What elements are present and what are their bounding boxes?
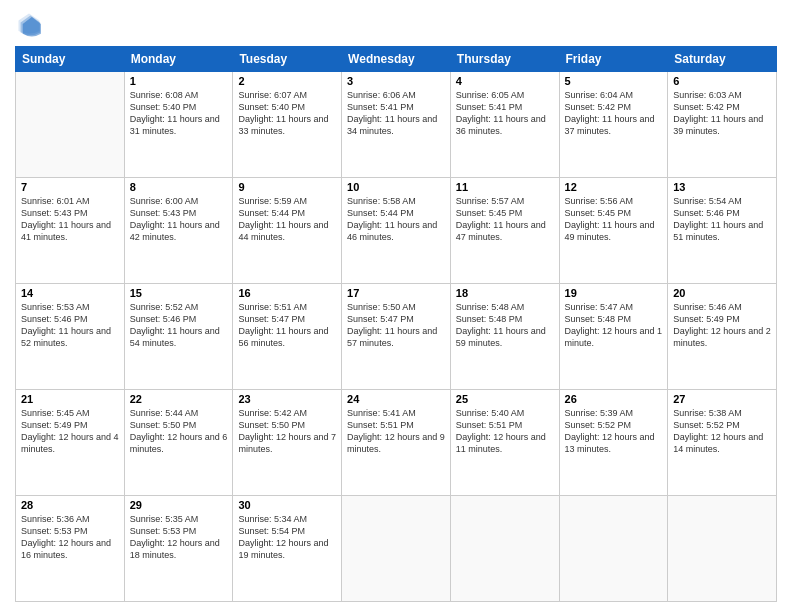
calendar-cell: 21Sunrise: 5:45 AM Sunset: 5:49 PM Dayli… — [16, 390, 125, 496]
day-number: 18 — [456, 287, 554, 299]
calendar-cell: 12Sunrise: 5:56 AM Sunset: 5:45 PM Dayli… — [559, 178, 668, 284]
calendar-cell: 23Sunrise: 5:42 AM Sunset: 5:50 PM Dayli… — [233, 390, 342, 496]
day-content: Sunrise: 6:03 AM Sunset: 5:42 PM Dayligh… — [673, 89, 771, 138]
calendar-cell: 30Sunrise: 5:34 AM Sunset: 5:54 PM Dayli… — [233, 496, 342, 602]
day-number: 1 — [130, 75, 228, 87]
day-number: 15 — [130, 287, 228, 299]
day-content: Sunrise: 5:57 AM Sunset: 5:45 PM Dayligh… — [456, 195, 554, 244]
day-content: Sunrise: 5:47 AM Sunset: 5:48 PM Dayligh… — [565, 301, 663, 350]
day-content: Sunrise: 5:44 AM Sunset: 5:50 PM Dayligh… — [130, 407, 228, 456]
day-content: Sunrise: 5:51 AM Sunset: 5:47 PM Dayligh… — [238, 301, 336, 350]
day-content: Sunrise: 5:40 AM Sunset: 5:51 PM Dayligh… — [456, 407, 554, 456]
day-number: 12 — [565, 181, 663, 193]
day-content: Sunrise: 5:50 AM Sunset: 5:47 PM Dayligh… — [347, 301, 445, 350]
day-number: 11 — [456, 181, 554, 193]
day-number: 16 — [238, 287, 336, 299]
calendar-cell: 19Sunrise: 5:47 AM Sunset: 5:48 PM Dayli… — [559, 284, 668, 390]
calendar-cell: 4Sunrise: 6:05 AM Sunset: 5:41 PM Daylig… — [450, 72, 559, 178]
day-content: Sunrise: 5:53 AM Sunset: 5:46 PM Dayligh… — [21, 301, 119, 350]
day-number: 10 — [347, 181, 445, 193]
day-number: 21 — [21, 393, 119, 405]
calendar-cell: 1Sunrise: 6:08 AM Sunset: 5:40 PM Daylig… — [124, 72, 233, 178]
day-content: Sunrise: 6:01 AM Sunset: 5:43 PM Dayligh… — [21, 195, 119, 244]
calendar-cell: 22Sunrise: 5:44 AM Sunset: 5:50 PM Dayli… — [124, 390, 233, 496]
day-number: 24 — [347, 393, 445, 405]
day-content: Sunrise: 5:42 AM Sunset: 5:50 PM Dayligh… — [238, 407, 336, 456]
day-number: 25 — [456, 393, 554, 405]
day-number: 3 — [347, 75, 445, 87]
day-number: 27 — [673, 393, 771, 405]
day-number: 17 — [347, 287, 445, 299]
calendar-cell: 6Sunrise: 6:03 AM Sunset: 5:42 PM Daylig… — [668, 72, 777, 178]
calendar-cell: 20Sunrise: 5:46 AM Sunset: 5:49 PM Dayli… — [668, 284, 777, 390]
logo — [15, 10, 47, 38]
day-number: 7 — [21, 181, 119, 193]
day-content: Sunrise: 5:39 AM Sunset: 5:52 PM Dayligh… — [565, 407, 663, 456]
day-number: 2 — [238, 75, 336, 87]
calendar-week-row: 1Sunrise: 6:08 AM Sunset: 5:40 PM Daylig… — [16, 72, 777, 178]
day-content: Sunrise: 6:08 AM Sunset: 5:40 PM Dayligh… — [130, 89, 228, 138]
day-number: 8 — [130, 181, 228, 193]
calendar-cell: 14Sunrise: 5:53 AM Sunset: 5:46 PM Dayli… — [16, 284, 125, 390]
calendar-cell: 10Sunrise: 5:58 AM Sunset: 5:44 PM Dayli… — [342, 178, 451, 284]
day-content: Sunrise: 5:52 AM Sunset: 5:46 PM Dayligh… — [130, 301, 228, 350]
day-number: 28 — [21, 499, 119, 511]
day-content: Sunrise: 5:41 AM Sunset: 5:51 PM Dayligh… — [347, 407, 445, 456]
weekday-header-saturday: Saturday — [668, 47, 777, 72]
calendar-cell: 13Sunrise: 5:54 AM Sunset: 5:46 PM Dayli… — [668, 178, 777, 284]
weekday-header-tuesday: Tuesday — [233, 47, 342, 72]
page: SundayMondayTuesdayWednesdayThursdayFrid… — [0, 0, 792, 612]
day-number: 26 — [565, 393, 663, 405]
day-number: 4 — [456, 75, 554, 87]
calendar-cell: 16Sunrise: 5:51 AM Sunset: 5:47 PM Dayli… — [233, 284, 342, 390]
weekday-header-row: SundayMondayTuesdayWednesdayThursdayFrid… — [16, 47, 777, 72]
day-content: Sunrise: 6:06 AM Sunset: 5:41 PM Dayligh… — [347, 89, 445, 138]
calendar-cell: 7Sunrise: 6:01 AM Sunset: 5:43 PM Daylig… — [16, 178, 125, 284]
calendar-week-row: 7Sunrise: 6:01 AM Sunset: 5:43 PM Daylig… — [16, 178, 777, 284]
calendar-cell: 25Sunrise: 5:40 AM Sunset: 5:51 PM Dayli… — [450, 390, 559, 496]
calendar-cell: 28Sunrise: 5:36 AM Sunset: 5:53 PM Dayli… — [16, 496, 125, 602]
day-number: 29 — [130, 499, 228, 511]
calendar-cell: 8Sunrise: 6:00 AM Sunset: 5:43 PM Daylig… — [124, 178, 233, 284]
logo-icon — [15, 10, 43, 38]
day-number: 19 — [565, 287, 663, 299]
calendar-cell — [16, 72, 125, 178]
day-number: 20 — [673, 287, 771, 299]
day-number: 6 — [673, 75, 771, 87]
day-content: Sunrise: 5:56 AM Sunset: 5:45 PM Dayligh… — [565, 195, 663, 244]
calendar-cell: 11Sunrise: 5:57 AM Sunset: 5:45 PM Dayli… — [450, 178, 559, 284]
day-content: Sunrise: 5:38 AM Sunset: 5:52 PM Dayligh… — [673, 407, 771, 456]
day-content: Sunrise: 6:04 AM Sunset: 5:42 PM Dayligh… — [565, 89, 663, 138]
calendar-cell: 29Sunrise: 5:35 AM Sunset: 5:53 PM Dayli… — [124, 496, 233, 602]
calendar-cell: 9Sunrise: 5:59 AM Sunset: 5:44 PM Daylig… — [233, 178, 342, 284]
day-number: 22 — [130, 393, 228, 405]
calendar-cell — [559, 496, 668, 602]
day-content: Sunrise: 5:45 AM Sunset: 5:49 PM Dayligh… — [21, 407, 119, 456]
header — [15, 10, 777, 38]
calendar-cell: 15Sunrise: 5:52 AM Sunset: 5:46 PM Dayli… — [124, 284, 233, 390]
calendar-cell: 24Sunrise: 5:41 AM Sunset: 5:51 PM Dayli… — [342, 390, 451, 496]
calendar-cell — [342, 496, 451, 602]
day-content: Sunrise: 5:46 AM Sunset: 5:49 PM Dayligh… — [673, 301, 771, 350]
day-content: Sunrise: 5:59 AM Sunset: 5:44 PM Dayligh… — [238, 195, 336, 244]
calendar-week-row: 21Sunrise: 5:45 AM Sunset: 5:49 PM Dayli… — [16, 390, 777, 496]
day-content: Sunrise: 6:00 AM Sunset: 5:43 PM Dayligh… — [130, 195, 228, 244]
calendar-cell: 18Sunrise: 5:48 AM Sunset: 5:48 PM Dayli… — [450, 284, 559, 390]
day-content: Sunrise: 5:36 AM Sunset: 5:53 PM Dayligh… — [21, 513, 119, 562]
calendar-cell: 17Sunrise: 5:50 AM Sunset: 5:47 PM Dayli… — [342, 284, 451, 390]
calendar-cell: 26Sunrise: 5:39 AM Sunset: 5:52 PM Dayli… — [559, 390, 668, 496]
calendar-table: SundayMondayTuesdayWednesdayThursdayFrid… — [15, 46, 777, 602]
calendar-week-row: 28Sunrise: 5:36 AM Sunset: 5:53 PM Dayli… — [16, 496, 777, 602]
day-content: Sunrise: 5:48 AM Sunset: 5:48 PM Dayligh… — [456, 301, 554, 350]
day-content: Sunrise: 5:35 AM Sunset: 5:53 PM Dayligh… — [130, 513, 228, 562]
weekday-header-monday: Monday — [124, 47, 233, 72]
calendar-week-row: 14Sunrise: 5:53 AM Sunset: 5:46 PM Dayli… — [16, 284, 777, 390]
day-number: 9 — [238, 181, 336, 193]
weekday-header-wednesday: Wednesday — [342, 47, 451, 72]
day-content: Sunrise: 6:05 AM Sunset: 5:41 PM Dayligh… — [456, 89, 554, 138]
day-content: Sunrise: 5:34 AM Sunset: 5:54 PM Dayligh… — [238, 513, 336, 562]
day-number: 14 — [21, 287, 119, 299]
day-number: 23 — [238, 393, 336, 405]
day-content: Sunrise: 5:58 AM Sunset: 5:44 PM Dayligh… — [347, 195, 445, 244]
calendar-cell: 3Sunrise: 6:06 AM Sunset: 5:41 PM Daylig… — [342, 72, 451, 178]
